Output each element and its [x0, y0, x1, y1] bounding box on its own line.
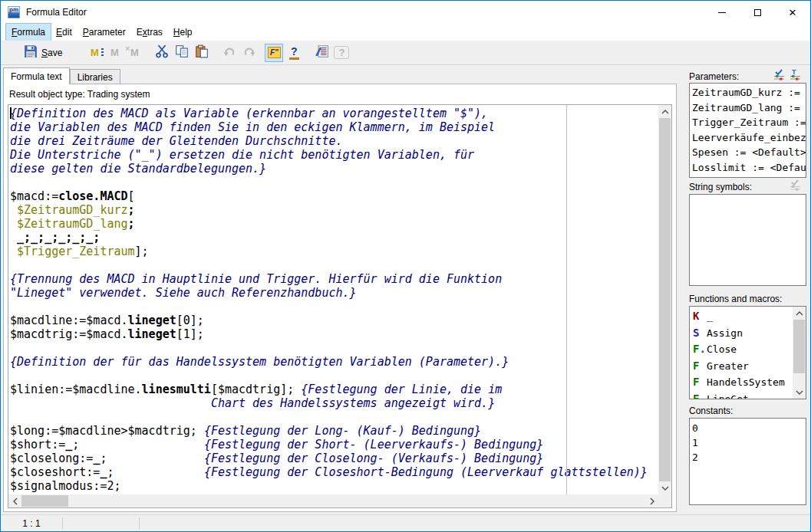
- function-item[interactable]: F.Close: [690, 341, 793, 358]
- scrollbar-corner: [658, 494, 671, 507]
- parameter-item[interactable]: ZeitraumGD_kurz := <Default>: [690, 85, 806, 100]
- save-label: Save: [41, 48, 62, 58]
- constant-item[interactable]: 0: [690, 421, 806, 435]
- redo-button-disabled: [240, 44, 259, 62]
- code-line: _;_;_;_;_;_;: [10, 231, 658, 245]
- check-formula-button[interactable]: [312, 44, 331, 62]
- code-line: $macd:=close.MACD[: [10, 189, 658, 203]
- macro-icon: M: [110, 47, 119, 58]
- help-tooltip-button-disabled: ?: [332, 44, 351, 62]
- parameter-item[interactable]: Losslimit := <Default>: [690, 160, 806, 176]
- format-formula-button[interactable]: F": [265, 44, 283, 62]
- editor-horizontal-scrollbar[interactable]: [8, 494, 658, 507]
- undo-button-disabled: [220, 44, 239, 62]
- minimize-icon: [718, 12, 726, 13]
- parameters-listbox[interactable]: ZeitraumGD_kurz := <Default>ZeitraumGD_l…: [689, 83, 806, 178]
- menu-help[interactable]: Help: [168, 24, 198, 41]
- code-line: $signalmodus:=2;: [10, 479, 658, 493]
- scroll-left-icon[interactable]: [8, 494, 21, 507]
- copy-button[interactable]: [173, 44, 191, 62]
- context-help-icon: ?: [289, 46, 299, 60]
- window-title: Formula Editor: [26, 7, 87, 18]
- string-symbols-listbox[interactable]: [689, 194, 806, 286]
- function-icon: F.: [693, 341, 707, 358]
- app-icon: pm: [8, 6, 20, 18]
- formula-editor-window: pm Formula Editor ✕ FormulaEditParameter…: [0, 0, 811, 532]
- code-line: {Definition der für das Handelssystem be…: [10, 355, 658, 369]
- result-object-type-label: Result object type: Trading system: [9, 89, 150, 100]
- menu-extras[interactable]: Extras: [131, 24, 168, 41]
- functions-scrollbar[interactable]: [793, 307, 806, 399]
- add-macro-icon: M: [91, 47, 99, 58]
- code-line: {Definition des MACD als Variable (erken…: [10, 107, 658, 120]
- code-area[interactable]: {Definition des MACD als Variable (erken…: [8, 105, 658, 494]
- save-button[interactable]: Save: [21, 44, 65, 62]
- functions-scroll-up-icon[interactable]: [793, 307, 806, 320]
- close-button[interactable]: ✕: [775, 1, 810, 24]
- constants-listbox[interactable]: 012: [689, 418, 806, 505]
- functions-listbox[interactable]: K_SAssignF.CloseFGreaterFHandelsSystemFL…: [689, 306, 806, 399]
- constant-item[interactable]: 1: [690, 435, 806, 450]
- formula-editor-box[interactable]: {Definition des MACD als Variable (erken…: [8, 104, 672, 508]
- paste-button[interactable]: [193, 44, 211, 62]
- code-line: [10, 410, 658, 424]
- string-symbols-label: String symbols:: [689, 182, 752, 192]
- code-line: [10, 258, 658, 272]
- cut-icon: [155, 44, 169, 61]
- code-line: "Lineget" verwendet. Siehe auch Referenz…: [10, 286, 658, 300]
- code-line: $closelong:=_; {Festlegung der Closelong…: [10, 452, 658, 465]
- paste-icon: [195, 44, 209, 61]
- functions-scroll-down-icon[interactable]: [793, 386, 806, 399]
- scroll-down-icon[interactable]: [658, 481, 671, 494]
- menu-formula[interactable]: Formula: [6, 24, 51, 41]
- function-item[interactable]: SAssign: [690, 325, 793, 342]
- function-item[interactable]: FLineGet: [690, 391, 793, 400]
- tab-libraries[interactable]: Libraries: [70, 69, 120, 84]
- scroll-up-icon[interactable]: [658, 105, 671, 118]
- horizontal-scroll-thumb[interactable]: [21, 495, 68, 507]
- function-item[interactable]: K_: [690, 308, 793, 325]
- code-line: $macdline:=$macd.lineget[0];: [10, 314, 658, 327]
- function-item[interactable]: FHandelsSystem: [690, 374, 793, 391]
- constant-item[interactable]: 2: [690, 450, 806, 465]
- code-line: $ZeitraumGD_lang;: [10, 217, 658, 231]
- add-macro-button[interactable]: M: [85, 44, 104, 62]
- parameter-item[interactable]: Spesen := <Default>: [690, 145, 806, 160]
- cut-button[interactable]: [153, 44, 171, 62]
- tab-formula-text[interactable]: Formula text: [3, 67, 70, 84]
- code-line: [10, 341, 658, 355]
- parameter-item[interactable]: ZeitraumGD_lang := <Default>: [690, 100, 806, 116]
- code-line: [10, 300, 658, 314]
- check-parameters-icon[interactable]: [773, 68, 786, 80]
- context-help-button[interactable]: ?: [285, 44, 303, 62]
- code-line: $linien:=$macdline.linesmulti[$macdtrig]…: [10, 383, 658, 396]
- statusbar: 1 : 1: [1, 514, 810, 531]
- statusbar-divider: [139, 517, 140, 529]
- check-formula-icon: [315, 44, 329, 61]
- macro-button-disabled: M: [105, 44, 124, 62]
- parameter-item[interactable]: Leerverkäufe_einbeziehen := <Default>: [690, 130, 806, 146]
- delete-macro-button-disabled: ×M: [125, 44, 143, 62]
- maximize-icon: [754, 9, 761, 16]
- function-item[interactable]: FGreater: [690, 358, 793, 375]
- close-icon: ✕: [789, 8, 797, 18]
- delete-macro-icon: ×M: [130, 47, 139, 58]
- functions-and-macros-label: Functions and macros:: [689, 294, 782, 304]
- scroll-right-icon[interactable]: [645, 494, 658, 507]
- parameter-item[interactable]: Trigger_Zeitraum := <Default>: [690, 115, 806, 130]
- minimize-button[interactable]: [704, 1, 740, 24]
- code-line: $macdtrig:=$macd.lineget[1];: [10, 327, 658, 341]
- functions-scroll-thumb[interactable]: [793, 320, 805, 373]
- maximize-button[interactable]: [740, 1, 775, 24]
- menu-parameter[interactable]: Parameter: [77, 24, 131, 41]
- save-icon: [24, 44, 38, 61]
- redo-icon: [242, 44, 256, 61]
- margin-line: [566, 105, 567, 494]
- string-function-icon: S: [693, 325, 707, 342]
- menu-edit[interactable]: Edit: [51, 24, 77, 41]
- client-area: Formula textLibraries Result object type…: [1, 65, 810, 514]
- editor-vertical-scrollbar[interactable]: [658, 105, 671, 494]
- text-parameters-icon[interactable]: T: [789, 68, 802, 80]
- vertical-scroll-thumb[interactable]: [659, 118, 671, 481]
- string-symbols-icon-disabled: [789, 179, 802, 191]
